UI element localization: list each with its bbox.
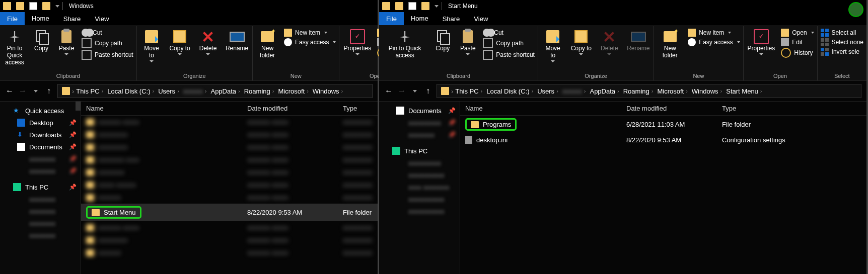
sidebar-blur-4[interactable]: xxxxxxxx (0, 205, 81, 217)
easy-access-button[interactable]: Easy access (284, 38, 336, 46)
copy-to-button[interactable]: Copy to (568, 27, 594, 55)
crumb-localdisk[interactable]: Local Disk (C:)› (105, 87, 156, 95)
tab-home[interactable]: Home (25, 12, 56, 25)
history-button[interactable]: History (781, 48, 814, 58)
sidebar-documents[interactable]: Documents 📌 (379, 105, 460, 117)
address-bar[interactable]: › This PC› Local Disk (C:)› Users› xxxxx… (437, 84, 861, 98)
invert-selection-button[interactable]: Invert sele (821, 48, 863, 56)
crumb-thispc[interactable]: This PC› (453, 87, 484, 95)
move-to-button[interactable]: Move to (540, 27, 565, 62)
copy-path-button[interactable]: Copy path (82, 38, 133, 48)
qat-customize[interactable] (55, 5, 59, 8)
crumb-roaming[interactable]: Roaming› (621, 87, 656, 95)
rename-button[interactable]: Rename (224, 27, 250, 52)
nav-back[interactable]: ← (384, 86, 393, 96)
rename-button[interactable]: Rename (625, 27, 652, 52)
col-date[interactable]: Date modified (621, 104, 717, 113)
tab-file[interactable]: File (0, 12, 25, 25)
tab-view[interactable]: View (88, 12, 116, 25)
select-none-button[interactable]: Select none (821, 38, 863, 46)
crumb-users[interactable]: Users› (156, 87, 181, 95)
new-item-button[interactable]: New item (688, 29, 740, 37)
list-item[interactable]: xxxxx xxxxxxxxxxxxx xxxxxxxxxxxxxx (81, 178, 378, 191)
sidebar-blur-6[interactable]: xxxxxxxxxxx (379, 193, 460, 205)
nav-up[interactable]: ↑ (423, 86, 432, 96)
move-to-button[interactable]: Move to (139, 27, 164, 62)
col-type[interactable]: Type (717, 104, 866, 113)
list-item[interactable]: xxxxxxxxxxxxxxxx xxxxxxxxxxxxxx (81, 141, 378, 153)
paste-button[interactable]: Paste (457, 27, 479, 55)
nav-recent[interactable] (410, 86, 419, 96)
col-date[interactable]: Date modified (242, 104, 338, 113)
qat-btn-1[interactable] (16, 2, 24, 10)
paste-shortcut-button[interactable]: Paste shortcut (483, 50, 535, 60)
nav-up[interactable]: ↑ (44, 86, 53, 96)
list-item[interactable]: xxxxxxxxxxxxxx xxxxxxxxxxxxxx (81, 191, 378, 204)
open-button[interactable]: Open (781, 29, 814, 37)
list-item-desktop-ini[interactable]: desktop.ini 8/22/2020 9:53 AM Configurat… (460, 133, 866, 146)
col-type[interactable]: Type (338, 104, 378, 113)
crumb-appdata[interactable]: AppData› (208, 87, 242, 95)
sidebar-blur-1[interactable]: xxxxxxxx📌 (0, 153, 81, 165)
list-item[interactable]: xxxxxxxxxxxxxxxx xxxxxxxxxxxxxx (81, 128, 378, 141)
sidebar-blur-3[interactable]: xxxxxxxxxx (379, 157, 460, 169)
col-name[interactable]: Name (81, 104, 242, 113)
easy-access-button[interactable]: Easy access (688, 38, 740, 46)
qat-btn-1[interactable] (395, 2, 403, 10)
copy-button[interactable]: Copy (431, 27, 454, 52)
nav-recent[interactable] (31, 86, 40, 96)
crumb-appdata[interactable]: AppData› (588, 87, 621, 95)
list-item[interactable]: xxxxxxx xxxxxxxxxxxx xxxxxxxxxxxxxx (81, 116, 378, 128)
new-folder-button[interactable]: New folder (255, 27, 280, 59)
sidebar-quick-access[interactable]: ★ Quick access (0, 105, 81, 117)
qat-customize[interactable] (435, 5, 439, 8)
crumb-roaming[interactable]: Roaming› (242, 87, 276, 95)
crumb-windows[interactable]: Windows› (690, 87, 724, 95)
copy-button[interactable]: Copy (30, 27, 52, 52)
delete-button[interactable]: Delete (597, 27, 622, 55)
tab-share[interactable]: Share (436, 12, 467, 25)
col-name[interactable]: Name (460, 104, 621, 113)
list-item[interactable]: xxxxxxxxxxxxxxxx xxxxxxxxxxxxxx (81, 234, 378, 246)
address-bar[interactable]: › This PC› Local Disk (C:)› Users› xxxxx… (57, 84, 373, 98)
properties-button[interactable]: ✓ Properties (341, 27, 373, 55)
nav-back[interactable]: ← (5, 86, 14, 96)
list-item-programs[interactable]: Programs 6/28/2021 11:03 AM File folder (460, 116, 866, 133)
sidebar-blur-4[interactable]: xxxxxxxxxxx (379, 169, 460, 181)
cut-button[interactable]: Cut (82, 29, 133, 37)
cut-button[interactable]: Cut (483, 29, 535, 37)
edit-button[interactable]: Edit (781, 38, 814, 46)
paste-shortcut-button[interactable]: Paste shortcut (82, 50, 133, 60)
sidebar-blur-5[interactable]: xxxx xxxxxxxx (379, 181, 460, 193)
crumb-users[interactable]: Users› (535, 87, 560, 95)
tab-file[interactable]: File (379, 12, 404, 25)
qat-btn-2[interactable] (408, 2, 416, 10)
sidebar-blur-5[interactable]: xxxxxxxx (0, 217, 81, 229)
sidebar-blur-3[interactable]: xxxxxxxx (0, 193, 81, 205)
list-item[interactable]: xxxxxxxxxxxxxx xxxxxxxxxxxxxx (81, 246, 378, 259)
qat-btn-3[interactable] (42, 2, 50, 10)
crumb-user[interactable]: xxxxxx› (181, 87, 209, 95)
properties-button[interactable]: ✓Properties (746, 27, 777, 55)
sidebar-blur-6[interactable]: xxxxxxxx (0, 229, 81, 241)
qat-btn-2[interactable] (29, 2, 37, 10)
select-all-button[interactable]: Select all (821, 29, 863, 37)
new-item-button[interactable]: New item (284, 29, 336, 37)
list-item[interactable]: xxxxxxxxxxxxxxx xxxxxxxxxxxxxx (81, 166, 378, 178)
sidebar-desktop[interactable]: Desktop 📌 (0, 117, 81, 129)
list-item[interactable]: xxxxxxx xxxxxxxxxxxx xxxxxxxxxxxxxx (81, 221, 378, 234)
crumb-startmenu[interactable]: Start Menu› (724, 87, 764, 95)
sidebar-blur-2[interactable]: xxxxxxxx📌 (379, 129, 460, 141)
new-folder-button[interactable]: New folder (656, 27, 684, 59)
sidebar-blur-2[interactable]: xxxxxxxx📌 (0, 165, 81, 177)
sidebar-documents[interactable]: Documents 📌 (0, 141, 81, 153)
list-item[interactable]: xxxxxxxx xxxxxxxxxxx xxxxxxxxxxxxxx (81, 153, 378, 166)
nav-forward[interactable]: → (397, 86, 406, 96)
list-item-start-menu[interactable]: Start Menu 8/22/2020 9:53 AM File folder (81, 204, 378, 221)
copy-path-button[interactable]: Copy path (483, 38, 535, 48)
copy-to-button[interactable]: Copy to (167, 27, 192, 55)
tab-view[interactable]: View (467, 12, 495, 25)
crumb-windows[interactable]: Windows› (311, 87, 345, 95)
tab-share[interactable]: Share (56, 12, 88, 25)
sidebar-blur-1[interactable]: xxxxxxxxxx📌 (379, 117, 460, 129)
